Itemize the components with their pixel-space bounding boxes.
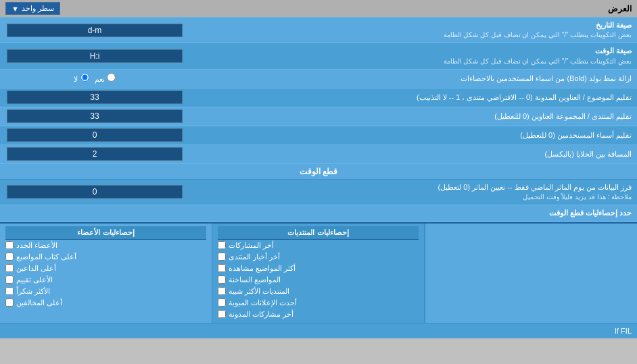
forum-titles-row: تقليم المنتدى / المجموعة العناوين (0 للت…	[0, 107, 637, 126]
checkbox-item[interactable]	[218, 241, 226, 249]
checkbox-item[interactable]	[5, 253, 14, 261]
bold-no-label: لا	[74, 73, 89, 84]
bottom-note-row: If FIL	[0, 323, 637, 338]
topic-titles-input-cell	[0, 89, 189, 105]
date-format-input[interactable]	[7, 24, 183, 37]
checkbox-row: أحدث الإعلانات المبوبة	[218, 297, 419, 309]
col-member-stats: إحصاءليات الأعضاء الأعضاء الجدد أعلى كتا…	[0, 224, 212, 323]
fetch-data-input-cell	[0, 184, 189, 200]
user-names-label: تقليم أسماء المستخدمين (0 للتعطيل)	[189, 128, 637, 143]
checkbox-item[interactable]	[218, 298, 226, 307]
time-format-input[interactable]	[7, 49, 183, 63]
checkbox-row: أخر مشاركات المدونة	[218, 309, 419, 320]
space-between-label: المسافة بين الخلايا (بالبكسل)	[189, 147, 637, 162]
checkbox-item[interactable]	[218, 287, 226, 295]
space-between-input[interactable]	[7, 147, 183, 161]
checkbox-row: أكثر المواضيع مشاهدة	[218, 263, 419, 274]
checkbox-row: المنتديات الأكثر شبية	[218, 286, 419, 297]
col2-header: إحصاءليات الأعضاء	[5, 226, 206, 240]
space-between-input-cell	[0, 146, 189, 162]
col1-header: إحصاءليات المنتديات	[218, 226, 419, 240]
col-forum-stats: إحصاءليات المنتديات أخر المشاركات أخر أخ…	[212, 224, 425, 323]
main-container: العرض سطر واحد ▼ صيغة التاريخ بعض التكوي…	[0, 0, 637, 338]
time-format-label: صيغة الوقت بعض التكوينات يتطلب "/" التي …	[189, 43, 637, 68]
fetch-data-label: فرز البيانات من يوم الماثر الماضي فقط --…	[189, 180, 637, 205]
checkbox-row: أعلى الداعين	[5, 263, 206, 274]
dropdown-arrow: ▼	[11, 5, 19, 13]
checkbox-row: أخر أخبار المنتدى	[218, 251, 419, 263]
col-empty	[425, 224, 637, 323]
checkbox-item[interactable]	[5, 241, 14, 249]
checkbox-row: الأكثر شكراً	[5, 286, 206, 297]
line-dropdown[interactable]: سطر واحد ▼	[5, 2, 60, 15]
topic-titles-row: تقليم الموضوع / العناوين المدونة (0 -- ا…	[0, 88, 637, 107]
topic-titles-input[interactable]	[7, 90, 183, 104]
bold-remove-row: ازالة نمط بولد (Bold) من اسماء المستخدمي…	[0, 70, 637, 88]
space-between-row: المسافة بين الخلايا (بالبكسل)	[0, 145, 637, 164]
checkbox-row: الأعضاء الجدد	[5, 240, 206, 251]
user-names-row: تقليم أسماء المستخدمين (0 للتعطيل)	[0, 126, 637, 145]
date-format-label: صيغة التاريخ بعض التكوينات يتطلب "/" الت…	[189, 18, 637, 43]
topic-titles-label: تقليم الموضوع / العناوين المدونة (0 -- ا…	[189, 90, 637, 105]
date-format-row: صيغة التاريخ بعض التكوينات يتطلب "/" الت…	[0, 18, 637, 43]
bold-no-radio[interactable]	[80, 73, 89, 82]
checkbox-row: أعلى المخالفين	[5, 297, 206, 309]
checkbox-row: أخر المشاركات	[218, 240, 419, 251]
checkbox-item[interactable]	[5, 264, 14, 272]
date-format-input-cell	[0, 22, 189, 38]
checkbox-item[interactable]	[218, 310, 226, 318]
checkbox-item[interactable]	[218, 253, 226, 261]
user-names-input-cell	[0, 127, 189, 143]
bottom-note: If FIL	[615, 327, 632, 335]
checkbox-item[interactable]	[218, 276, 226, 284]
checkbox-row: المواضيع الساخنة	[218, 274, 419, 286]
fetch-data-input[interactable]	[7, 185, 183, 199]
limit-stats-label: حدد إحصاءليات قطع الوقت	[189, 205, 637, 221]
user-names-input[interactable]	[7, 128, 183, 142]
time-format-input-cell	[0, 48, 189, 64]
checkbox-row: أعلى كتاب المواضيع	[5, 251, 206, 263]
checkbox-item[interactable]	[5, 298, 14, 307]
checkbox-item[interactable]	[5, 287, 14, 295]
forum-titles-input[interactable]	[7, 109, 183, 123]
bold-yes-label: نعم	[95, 73, 116, 84]
bold-remove-options: نعم لا	[0, 72, 189, 85]
display-label: العرض	[608, 4, 632, 14]
header-row: العرض سطر واحد ▼	[0, 0, 637, 18]
bold-yes-radio[interactable]	[107, 73, 116, 82]
forum-titles-label: تقليم المنتدى / المجموعة العناوين (0 للت…	[189, 109, 637, 124]
time-format-row: صيغة الوقت بعض التكوينات يتطلب "/" التي …	[0, 43, 637, 69]
dropdown-label: سطر واحد	[22, 4, 54, 13]
checkboxes-section: إحصاءليات المنتديات أخر المشاركات أخر أخ…	[0, 222, 637, 323]
checkbox-item[interactable]	[5, 276, 14, 284]
bold-remove-label: ازالة نمط بولد (Bold) من اسماء المستخدمي…	[189, 71, 637, 86]
checkbox-item[interactable]	[218, 264, 226, 272]
cutoff-section-header: قطع الوقت	[0, 164, 637, 180]
fetch-data-row: فرز البيانات من يوم الماثر الماضي فقط --…	[0, 180, 637, 205]
checkbox-row: الأعلى تقييم	[5, 274, 206, 286]
limit-stats-row: حدد إحصاءليات قطع الوقت	[0, 205, 637, 222]
forum-titles-input-cell	[0, 108, 189, 124]
bold-radio-group: نعم لا	[68, 73, 120, 84]
